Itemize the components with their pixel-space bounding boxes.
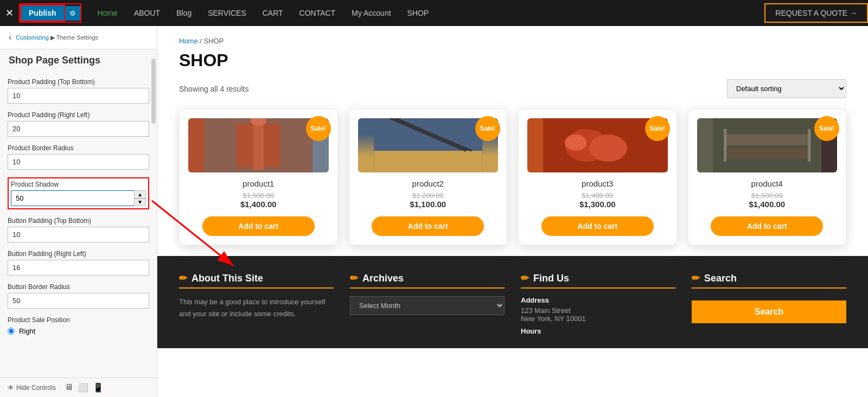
- add-to-cart-button-2[interactable]: Add to cart: [372, 216, 484, 236]
- footer-grid: ✏ About This Site This may be a good pla…: [179, 272, 846, 337]
- add-to-cart-button-3[interactable]: Add to cart: [541, 216, 654, 236]
- footer-archives-icon: ✏: [350, 272, 358, 284]
- sale-badge-2: Sale!: [475, 116, 500, 141]
- main-layout: ‹ Customizing ▶ Theme Settings Shop Page…: [0, 26, 868, 397]
- nav-services[interactable]: SERVICES: [208, 9, 246, 17]
- product-new-price-2: $1,100.00: [358, 200, 499, 209]
- input-btn-padding-rightleft[interactable]: [8, 260, 149, 276]
- footer-search: ✏ Search Search: [692, 272, 846, 337]
- nav-cart[interactable]: CART: [263, 9, 283, 17]
- input-padding-rightleft[interactable]: [8, 121, 149, 137]
- footer-about-title: ✏ About This Site: [179, 272, 334, 289]
- customizer-sidebar: ‹ Customizing ▶ Theme Settings Shop Page…: [0, 26, 157, 397]
- svg-rect-5: [374, 151, 482, 172]
- footer-archives: ✏ Archives Select Month: [350, 272, 505, 337]
- product-old-price-2: $1,200.00: [358, 191, 499, 200]
- product-card-2: Sale! product2 $1,200.00 $1,100.00 Add t…: [349, 109, 508, 245]
- radio-right-label: Right: [19, 327, 35, 335]
- archives-select[interactable]: Select Month: [350, 296, 505, 315]
- shop-toolbar: Showing all 4 results Default sorting So…: [179, 79, 846, 98]
- number-spinners: ▲ ▼: [134, 190, 146, 206]
- sidebar-header: ‹ Customizing ▶ Theme Settings: [0, 26, 157, 49]
- product-old-price-4: $1,500.00: [697, 191, 838, 200]
- top-nav: ✕ Publish ⚙ Home ABOUT Blog SERVICES CAR…: [0, 0, 868, 26]
- footer-about: ✏ About This Site This may be a good pla…: [179, 272, 334, 337]
- sort-select[interactable]: Default sorting Sort by popularity Sort …: [727, 79, 846, 98]
- product-card-4: Sale! product4 $1,500.00 $1,400.00 Ad: [688, 109, 847, 245]
- product-old-price-1: $1,500.00: [188, 191, 329, 200]
- sale-badge-3: Sale!: [645, 116, 670, 141]
- input-product-shadow[interactable]: [11, 190, 146, 206]
- footer-search-button[interactable]: Search: [692, 300, 846, 323]
- nav-shop[interactable]: SHOP: [407, 9, 429, 17]
- mobile-view-icon[interactable]: 📱: [93, 382, 104, 393]
- footer-about-text: This may be a good place to introduce yo…: [179, 296, 334, 320]
- publish-button[interactable]: Publish: [20, 4, 65, 22]
- product-name-2: product2: [358, 179, 499, 188]
- shop-page: Home / SHOP SHOP Showing all 4 results D…: [157, 26, 868, 256]
- sidebar-panel-title: Shop Page Settings: [0, 55, 157, 73]
- add-to-cart-button-1[interactable]: Add to cart: [202, 216, 315, 236]
- footer-findus-title: ✏ Find Us: [521, 272, 675, 289]
- sidebar-scrollbar[interactable]: [151, 59, 156, 124]
- footer-search-title-text: Search: [704, 273, 737, 284]
- input-padding-topbottom[interactable]: [8, 88, 149, 104]
- field-sale-position: Product Sale Position Right: [8, 316, 149, 335]
- product-new-price-1: $1,400.00: [188, 200, 329, 209]
- field-label-border-radius: Product Border Radius: [8, 144, 149, 152]
- breadcrumb-home-link[interactable]: Home: [179, 37, 198, 45]
- field-product-padding-rightleft: Product Padding (Right Left): [8, 111, 149, 137]
- nav-blog[interactable]: Blog: [176, 9, 192, 17]
- nav-myaccount[interactable]: My Account: [352, 9, 391, 17]
- sidebar-breadcrumb: Customizing ▶ Theme Settings: [16, 34, 98, 41]
- breadcrumb-customizing[interactable]: Customizing: [16, 34, 49, 41]
- product-new-price-4: $1,400.00: [697, 200, 838, 209]
- breadcrumb-current: SHOP: [204, 37, 224, 45]
- product-card-3: Sale! product3 $1,400.00 $1,300.00 Add t…: [518, 109, 677, 245]
- publish-gear-button[interactable]: ⚙: [65, 6, 80, 21]
- svg-rect-2: [253, 121, 264, 170]
- spin-down-button[interactable]: ▼: [134, 198, 146, 207]
- field-product-shadow: Product Shadow ▲ ▼: [8, 177, 149, 209]
- results-count: Showing all 4 results: [179, 85, 248, 93]
- input-border-radius[interactable]: [8, 154, 149, 170]
- footer-findus-icon: ✏: [521, 272, 529, 284]
- tablet-view-icon[interactable]: ⬜: [78, 382, 88, 393]
- footer-archives-title-text: Archives: [362, 273, 404, 284]
- sale-badge-1: Sale!: [306, 116, 331, 141]
- svg-rect-14: [724, 148, 810, 159]
- spin-up-button[interactable]: ▲: [134, 190, 146, 198]
- radio-right[interactable]: [8, 328, 15, 335]
- field-label-sale-position: Product Sale Position: [8, 316, 149, 324]
- add-to-cart-button-4[interactable]: Add to cart: [711, 216, 823, 236]
- footer-about-icon: ✏: [179, 272, 187, 284]
- request-quote-button[interactable]: REQUEST A QUOTE →: [764, 3, 868, 23]
- nav-contact[interactable]: CONTACT: [299, 9, 336, 17]
- sidebar-back-button[interactable]: ‹: [9, 33, 11, 42]
- sale-badge-4: Sale!: [814, 116, 839, 141]
- nav-home[interactable]: Home: [98, 9, 118, 17]
- address-line1: 123 Main Street: [521, 306, 571, 315]
- product-name-4: product4: [697, 179, 838, 188]
- desktop-view-icon[interactable]: 🖥: [65, 382, 73, 393]
- sale-position-radio: Right: [8, 327, 149, 335]
- shadow-input-wrap: ▲ ▼: [11, 190, 146, 206]
- address-line2: New York, NY 10001: [521, 315, 586, 323]
- input-btn-padding-topbottom[interactable]: [8, 227, 149, 242]
- close-icon[interactable]: ✕: [5, 7, 14, 19]
- hide-controls-button[interactable]: 👁 Hide Controls: [8, 384, 56, 392]
- sidebar-fields: Product Padding (Top Bottom) Product Pad…: [0, 73, 157, 348]
- svg-rect-16: [808, 129, 810, 162]
- address-label: Address: [521, 296, 675, 304]
- eye-icon: 👁: [8, 384, 14, 392]
- nav-about[interactable]: ABOUT: [134, 9, 160, 17]
- product-name-1: product1: [188, 179, 329, 188]
- product-new-price-3: $1,300.00: [527, 200, 668, 209]
- footer-address: Address 123 Main Street New York, NY 100…: [521, 296, 675, 335]
- view-icons: 🖥 ⬜ 📱: [65, 382, 104, 393]
- input-btn-border-radius[interactable]: [8, 293, 149, 309]
- footer-search-icon: ✏: [692, 272, 700, 284]
- shop-breadcrumb: Home / SHOP: [179, 37, 846, 45]
- field-border-radius: Product Border Radius: [8, 144, 149, 170]
- hide-controls-label: Hide Controls: [16, 384, 56, 392]
